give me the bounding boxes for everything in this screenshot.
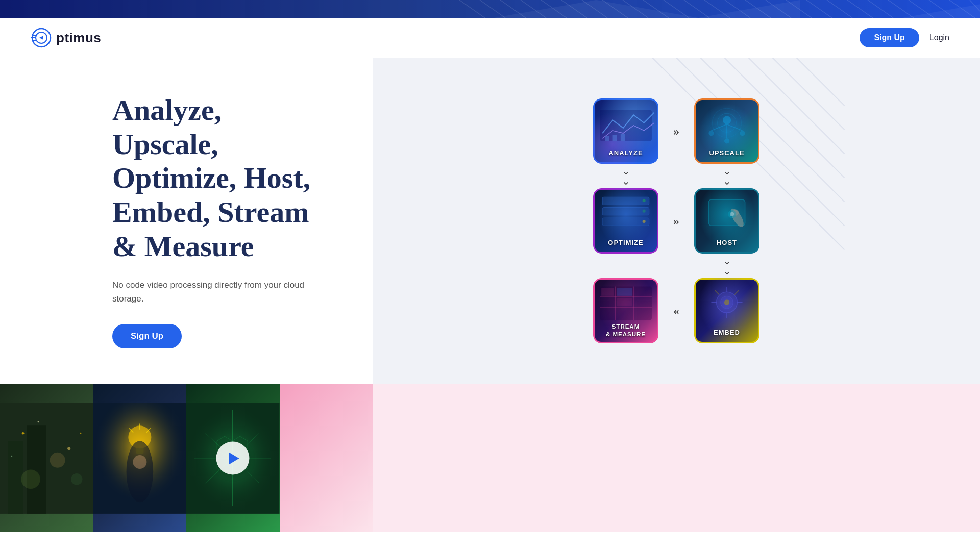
svg-point-57 xyxy=(643,220,646,223)
svg-line-22 xyxy=(888,0,914,18)
hero-left: Analyze, Upscale, Optimize, Host, Embed,… xyxy=(0,58,373,384)
svg-line-14 xyxy=(725,0,750,18)
hero-title: Analyze, Upscale, Optimize, Host, Embed,… xyxy=(112,93,342,263)
svg-point-87 xyxy=(80,433,81,434)
svg-rect-52 xyxy=(602,197,649,205)
svg-line-18 xyxy=(806,0,832,18)
tile-optimize-label: OPTIMIZE xyxy=(608,239,643,254)
hero-subtitle: No code video processing directly from y… xyxy=(112,278,306,306)
svg-rect-69 xyxy=(617,288,632,296)
svg-line-15 xyxy=(745,0,771,18)
arrow-analyze-down: ⌄⌄ xyxy=(593,166,658,186)
header-login-button[interactable]: Login xyxy=(929,33,949,42)
svg-line-25 xyxy=(949,0,975,18)
svg-point-43 xyxy=(723,116,731,124)
bottom-img-1-visual xyxy=(0,384,93,532)
tile-upscale[interactable]: UPSCALE xyxy=(694,98,760,164)
svg-rect-70 xyxy=(617,298,632,306)
svg-line-26 xyxy=(970,0,980,11)
optimize-visual xyxy=(597,192,654,238)
svg-point-89 xyxy=(71,473,83,485)
svg-line-24 xyxy=(929,0,954,18)
svg-line-5 xyxy=(541,0,567,18)
svg-rect-82 xyxy=(27,425,46,514)
svg-line-4 xyxy=(521,0,546,18)
tile-optimize[interactable]: OPTIMIZE xyxy=(593,188,658,254)
bottom-pink-area xyxy=(280,384,373,532)
arrow-upscale-down: ⌄⌄ xyxy=(694,166,760,186)
header-signup-button[interactable]: Sign Up xyxy=(860,28,919,47)
svg-rect-0 xyxy=(0,0,980,18)
svg-line-13 xyxy=(704,0,730,18)
svg-line-12 xyxy=(684,0,709,18)
svg-rect-54 xyxy=(602,218,649,226)
tile-host[interactable]: HOST xyxy=(694,188,760,254)
tile-embed-label: EMBED xyxy=(714,329,740,343)
nav-buttons: Sign Up Login xyxy=(860,28,949,47)
svg-line-48 xyxy=(727,124,743,131)
top-bar xyxy=(0,0,980,18)
svg-rect-68 xyxy=(601,288,614,296)
svg-line-2 xyxy=(480,0,505,18)
svg-line-77 xyxy=(734,290,739,294)
bottom-image-1 xyxy=(0,384,93,532)
svg-line-35 xyxy=(772,58,844,130)
svg-line-19 xyxy=(827,0,852,18)
arrow-host-down: ⌄⌄ xyxy=(694,256,760,276)
analyze-visual xyxy=(597,103,654,148)
logo: ptimus xyxy=(31,27,101,48)
hero-right: ANALYZE » xyxy=(373,58,980,384)
hero-signup-button[interactable]: Sign Up xyxy=(112,324,182,348)
logo-icon xyxy=(31,27,52,48)
arrow-optimize-host: » xyxy=(664,214,689,228)
svg-point-44 xyxy=(708,131,714,136)
embed-visual xyxy=(698,282,755,328)
upscale-visual xyxy=(698,103,755,148)
svg-point-55 xyxy=(643,199,646,202)
bottom-section xyxy=(0,384,980,532)
svg-point-99 xyxy=(133,455,146,469)
host-visual xyxy=(698,192,755,238)
svg-point-90 xyxy=(21,470,40,489)
arrow-analyze-upscale: » xyxy=(664,124,689,138)
bottom-image-2 xyxy=(93,384,187,532)
svg-rect-40 xyxy=(605,136,609,141)
svg-point-45 xyxy=(740,131,745,136)
svg-point-62 xyxy=(730,212,734,216)
svg-point-98 xyxy=(126,441,153,502)
svg-point-88 xyxy=(50,453,65,468)
svg-rect-42 xyxy=(621,134,625,141)
tile-host-label: HOST xyxy=(717,239,737,254)
bottom-images xyxy=(0,384,373,532)
bottom-image-3 xyxy=(186,384,280,532)
svg-point-79 xyxy=(724,300,729,305)
svg-point-56 xyxy=(643,210,646,213)
play-button[interactable] xyxy=(216,442,250,475)
svg-line-7 xyxy=(582,0,607,18)
svg-line-16 xyxy=(766,0,791,18)
svg-line-6 xyxy=(561,0,587,18)
svg-line-36 xyxy=(796,58,844,106)
svg-line-1 xyxy=(459,0,485,18)
svg-rect-81 xyxy=(8,441,23,514)
svg-line-11 xyxy=(664,0,689,18)
svg-line-78 xyxy=(715,290,719,294)
svg-point-46 xyxy=(724,138,729,143)
svg-line-8 xyxy=(602,0,628,18)
svg-line-47 xyxy=(711,124,727,131)
svg-line-21 xyxy=(868,0,893,18)
svg-point-83 xyxy=(22,432,24,435)
tile-stream-label: STREAM& MEASURE xyxy=(606,323,646,343)
tile-upscale-label: UPSCALE xyxy=(709,149,744,164)
tile-analyze[interactable]: ANALYZE xyxy=(593,98,658,164)
tile-analyze-label: ANALYZE xyxy=(608,149,643,164)
svg-rect-53 xyxy=(602,208,649,215)
logo-text: ptimus xyxy=(56,30,101,46)
svg-line-20 xyxy=(847,0,873,18)
arrow-stream-embed: « xyxy=(664,304,689,318)
svg-line-9 xyxy=(623,0,648,18)
tile-embed[interactable]: EMBED xyxy=(694,278,760,343)
tile-stream[interactable]: STREAM& MEASURE xyxy=(593,278,658,343)
svg-point-84 xyxy=(38,421,39,422)
svg-rect-41 xyxy=(613,135,617,141)
